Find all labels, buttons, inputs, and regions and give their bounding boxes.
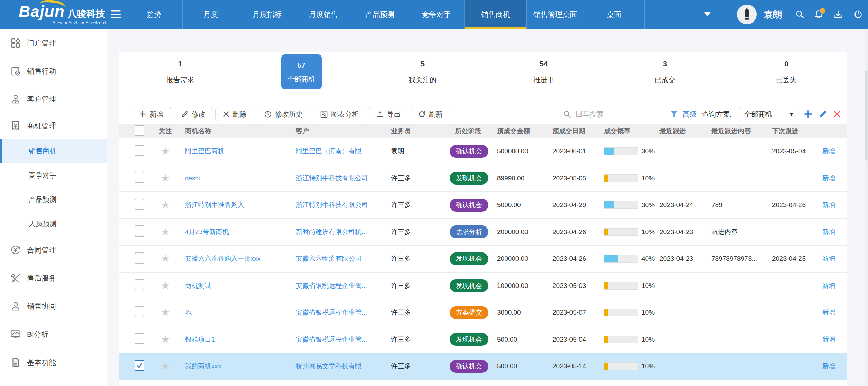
sidebar-item-销售协同[interactable]: 销售协同 xyxy=(0,292,107,320)
star-icon[interactable]: ★ xyxy=(161,334,170,345)
star-icon[interactable]: ★ xyxy=(161,253,170,264)
sidebar-item-商机管理[interactable]: 商机管理 xyxy=(0,113,107,139)
row-checkbox[interactable] xyxy=(135,279,144,290)
stat-已成交[interactable]: 3已成交 xyxy=(655,60,675,83)
row-checkbox[interactable] xyxy=(135,172,144,183)
opportunity-link[interactable]: 地 xyxy=(185,309,192,316)
toolbar-button-导出[interactable]: 导出 xyxy=(369,107,408,121)
customer-link[interactable]: 安徽六六物流有限公司 xyxy=(296,255,362,262)
row-checkbox[interactable] xyxy=(135,306,144,317)
toolbar-button-新增[interactable]: 新增 xyxy=(132,107,171,121)
search-input[interactable] xyxy=(575,110,655,119)
toolbar-button-修改历史[interactable]: 修改历史 xyxy=(257,107,310,121)
nav-tab-产品预测[interactable]: 产品预测 xyxy=(352,0,408,29)
sidebar-subitem-人员预测[interactable]: 人员预测 xyxy=(0,212,107,236)
row-checkbox[interactable] xyxy=(135,225,144,237)
add-follow-link[interactable]: 新增 xyxy=(822,228,835,235)
row-checkbox[interactable] xyxy=(135,360,144,371)
row-checkbox[interactable] xyxy=(135,145,144,156)
row-checkbox[interactable] xyxy=(135,252,144,264)
query-scheme-select[interactable]: 全部商机 ▼ xyxy=(739,107,799,121)
customer-link[interactable]: 浙江特别牛科技有限公司 xyxy=(296,174,368,182)
username[interactable]: 袁朗 xyxy=(764,0,782,29)
customer-link[interactable]: 安徽省银税远程企业管... xyxy=(296,282,367,289)
filter-funnel-icon[interactable] xyxy=(670,110,678,118)
customer-link[interactable]: 安徽省银税远程企业管... xyxy=(296,309,367,316)
edit-scheme-icon[interactable] xyxy=(819,110,827,118)
star-icon[interactable]: ★ xyxy=(161,199,170,210)
search-icon[interactable] xyxy=(795,0,805,29)
sidebar-item-销售行动[interactable]: 销售行动 xyxy=(0,57,107,85)
star-icon[interactable]: ★ xyxy=(161,173,170,183)
add-follow-link[interactable]: 新增 xyxy=(822,282,835,289)
sidebar-item-BI分析[interactable]: BI分析 xyxy=(0,320,107,348)
advanced-filter-link[interactable]: 高级 xyxy=(683,110,697,119)
bell-icon[interactable] xyxy=(814,0,823,29)
stat-推进中[interactable]: 54推进中 xyxy=(533,60,554,83)
sidebar-subitem-产品预测[interactable]: 产品预测 xyxy=(0,187,107,212)
add-follow-link[interactable]: 新增 xyxy=(822,147,835,155)
toolbar-button-图表分析[interactable]: 图表分析 xyxy=(313,107,366,121)
opportunity-link[interactable]: 浙江特别牛准备购入 xyxy=(185,201,244,208)
nav-tab-趋势[interactable]: 趋势 xyxy=(126,0,182,29)
opportunity-link[interactable]: 商机测试 xyxy=(185,282,211,289)
stat-全部商机[interactable]: 57全部商机 xyxy=(281,54,322,89)
customer-link[interactable]: 浙江特别牛科技有限公司 xyxy=(296,201,368,208)
cell-action: 新增 xyxy=(811,308,847,317)
add-follow-link[interactable]: 新增 xyxy=(822,174,835,182)
power-icon[interactable] xyxy=(853,0,863,29)
star-icon[interactable]: ★ xyxy=(161,146,170,156)
add-follow-link[interactable]: 新增 xyxy=(822,309,835,316)
add-follow-link[interactable]: 新增 xyxy=(822,255,835,262)
sidebar-item-售后服务[interactable]: 售后服务 xyxy=(0,264,107,292)
avatar[interactable] xyxy=(737,5,757,24)
nav-tab-月度销售[interactable]: 月度销售 xyxy=(295,0,352,29)
customer-link[interactable]: 新时尚建设有限公司杭... xyxy=(296,228,367,235)
toolbar-button-刷新[interactable]: 刷新 xyxy=(411,107,450,121)
scrollbar-thumb[interactable] xyxy=(865,70,868,161)
row-checkbox[interactable] xyxy=(135,333,144,344)
nav-tab-销售管理桌面[interactable]: 销售管理桌面 xyxy=(526,0,584,29)
add-follow-link[interactable]: 新增 xyxy=(822,362,835,370)
delete-scheme-icon[interactable] xyxy=(833,111,841,118)
customer-link[interactable]: 阿里巴巴（河南）有限... xyxy=(296,147,367,155)
star-icon[interactable]: ★ xyxy=(161,226,170,237)
download-icon[interactable] xyxy=(833,0,843,29)
nav-tab-月度[interactable]: 月度 xyxy=(182,0,239,29)
sidebar-subitem-竞争对手[interactable]: 竞争对手 xyxy=(0,163,107,187)
opportunity-link[interactable]: ceshi xyxy=(185,174,200,182)
customer-link[interactable]: 杭州网易文学科技有限... xyxy=(296,362,367,370)
sidebar-item-合同管理[interactable]: 合同管理 xyxy=(0,236,107,264)
star-icon[interactable]: ★ xyxy=(161,361,170,371)
add-follow-link[interactable]: 新增 xyxy=(822,336,835,343)
toolbar-button-修改[interactable]: 修改 xyxy=(174,107,213,121)
cell-next-follow: 2023-04-26 xyxy=(771,201,811,209)
nav-tab-销售商机[interactable]: 销售商机 xyxy=(464,0,526,29)
nav-tab-竞争对手[interactable]: 竞争对手 xyxy=(408,0,464,29)
sidebar-item-客户管理[interactable]: 客户管理 xyxy=(0,85,107,113)
sidebar-item-门户管理[interactable]: 门户管理 xyxy=(0,29,107,57)
sidebar-subitem-销售商机[interactable]: 销售商机 xyxy=(0,139,107,163)
opportunity-link[interactable]: 银税项目1 xyxy=(185,336,215,343)
row-checkbox[interactable] xyxy=(135,199,144,210)
select-all-checkbox[interactable] xyxy=(135,125,144,136)
nav-tab-桌面[interactable]: 桌面 xyxy=(584,0,644,29)
star-icon[interactable]: ★ xyxy=(161,280,170,291)
stat-我关注的[interactable]: 5我关注的 xyxy=(409,60,436,83)
opportunity-link[interactable]: 安徽六六准备购入一批xxx xyxy=(185,255,261,262)
opportunity-link[interactable]: 4月23号新商机 xyxy=(185,228,229,235)
customer-link[interactable]: 安徽省银税远程企业管... xyxy=(296,336,367,343)
opportunity-link[interactable]: 我的商机xxx xyxy=(185,362,221,370)
add-follow-link[interactable]: 新增 xyxy=(822,201,835,208)
opportunity-link[interactable]: 阿里巴巴商机 xyxy=(185,147,224,155)
nav-more-dropdown-icon[interactable] xyxy=(644,0,715,29)
toolbar-button-删除[interactable]: 删除 xyxy=(215,107,254,121)
sidebar-item-基本功能[interactable]: 基本功能 xyxy=(0,348,107,376)
menu-toggle-icon[interactable] xyxy=(111,10,121,19)
star-icon[interactable]: ★ xyxy=(161,307,170,318)
add-scheme-icon[interactable] xyxy=(804,110,812,118)
stat-报告需求[interactable]: 1报告需求 xyxy=(166,60,194,83)
scrollbar[interactable] xyxy=(865,29,868,386)
nav-tab-月度指标[interactable]: 月度指标 xyxy=(239,0,295,29)
stat-已丢失[interactable]: 0已丢失 xyxy=(776,60,797,83)
